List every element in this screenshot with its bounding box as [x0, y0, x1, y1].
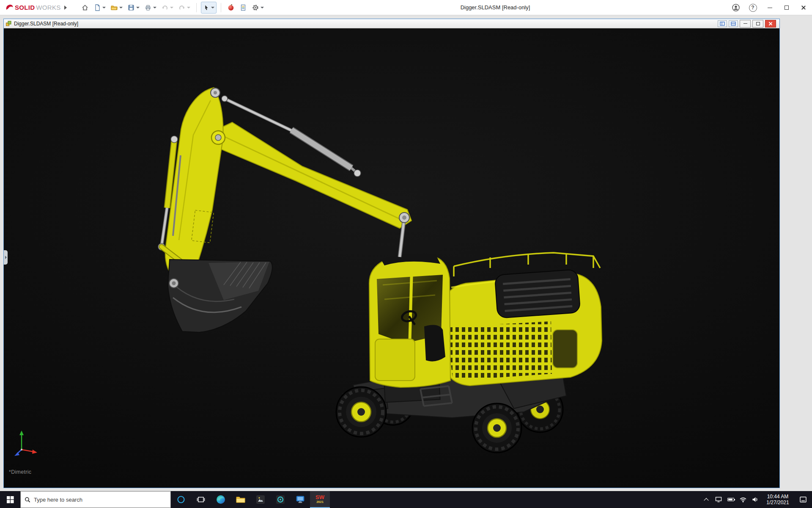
file-explorer-icon: [236, 494, 246, 505]
quick-access-toolbar: [80, 2, 266, 14]
dassault-logo-icon: [5, 3, 14, 12]
wheel-front-left: [336, 387, 386, 437]
select-arrow-icon: [203, 4, 210, 11]
dropdown-caret-icon: [102, 7, 106, 8]
app-title-bar: SOLIDWORKS: [0, 0, 812, 15]
cab-door: [375, 339, 415, 381]
dropdown-caret-icon: [187, 7, 190, 8]
select-tool-button[interactable]: [201, 2, 217, 14]
new-document-icon: [93, 4, 101, 11]
menu-expand-arrow-icon[interactable]: [64, 6, 67, 10]
account-button[interactable]: [727, 0, 744, 15]
open-button[interactable]: [109, 2, 124, 14]
stick-arm: [214, 122, 411, 228]
save-button[interactable]: [126, 2, 141, 14]
media-app-button[interactable]: [270, 491, 290, 508]
minimize-icon: [768, 8, 772, 8]
solidworks-taskbar-button[interactable]: SW 2021: [310, 491, 330, 508]
cortana-icon: [177, 495, 185, 504]
doc-close-button[interactable]: [765, 20, 776, 28]
reference-triad[interactable]: [10, 428, 39, 457]
cortana-button[interactable]: [171, 491, 191, 508]
display-app-button[interactable]: [290, 491, 310, 508]
device-monitor-icon: [715, 497, 722, 502]
document-title-bar[interactable]: Digger.SLDASM [Read-only]: [4, 19, 779, 28]
undo-button[interactable]: [159, 2, 175, 14]
graphics-viewport[interactable]: *Dimetric: [4, 28, 779, 488]
doc-maximize-button[interactable]: [752, 20, 763, 28]
toolbar-separator: [221, 3, 221, 12]
pane-icon: [720, 22, 725, 26]
app-title: Digger.SLDASM [Read-only]: [461, 4, 530, 11]
edge-button[interactable]: [211, 491, 230, 508]
action-center-button[interactable]: [794, 496, 812, 503]
action-center-icon: [799, 496, 807, 503]
search-input[interactable]: [34, 497, 167, 503]
document-window: Digger.SLDASM [Read-only]: [3, 19, 780, 488]
start-button[interactable]: [0, 491, 20, 508]
app-close-button[interactable]: [795, 0, 812, 15]
tilt-link: [399, 213, 409, 257]
task-view-button[interactable]: [191, 491, 211, 508]
dropdown-caret-icon: [119, 7, 123, 8]
maximize-icon: [756, 22, 760, 25]
network-button[interactable]: [737, 491, 749, 508]
chevron-up-icon: [704, 498, 708, 502]
doc-minimize-button[interactable]: [740, 20, 751, 28]
show-feature-pane-button[interactable]: [718, 20, 727, 27]
app-minimize-button[interactable]: [761, 0, 778, 15]
solidworks-app-icon: SW 2021: [315, 495, 324, 504]
document-title: Digger.SLDASM [Read-only]: [14, 21, 78, 27]
featuremanager-flyout-tab[interactable]: [4, 250, 8, 265]
photos-app-button[interactable]: [250, 491, 270, 508]
toolbar-separator: [196, 3, 197, 12]
edge-icon: [216, 494, 226, 505]
assembly-document-icon: [5, 20, 12, 27]
triad-origin: [21, 449, 22, 450]
tray-overflow-button[interactable]: [700, 491, 712, 508]
dropdown-caret-icon: [211, 7, 214, 8]
account-icon: [732, 3, 740, 12]
volume-icon: [752, 497, 759, 502]
battery-button[interactable]: [724, 491, 737, 508]
appearance-sphere-icon: [227, 4, 235, 11]
close-icon: [768, 22, 773, 26]
document-window-controls: [718, 20, 778, 28]
appearance-button[interactable]: [225, 2, 236, 14]
engine-hood: [495, 269, 581, 318]
taskbar-clock[interactable]: 10:44 AM 1/27/2021: [761, 494, 794, 505]
tray-device-button[interactable]: [712, 491, 724, 508]
file-properties-button[interactable]: [238, 2, 249, 14]
clock-date: 1/27/2021: [766, 500, 789, 505]
options-button[interactable]: [250, 2, 266, 14]
help-button[interactable]: ?: [744, 0, 761, 15]
app-maximize-button[interactable]: [778, 0, 795, 15]
file-explorer-button[interactable]: [230, 491, 250, 508]
system-tray: 10:44 AM 1/27/2021: [700, 491, 812, 508]
file-properties-icon: [239, 4, 247, 11]
open-folder-icon: [110, 4, 118, 11]
display-app-icon: [295, 494, 305, 505]
redo-button[interactable]: [176, 2, 192, 14]
volume-button[interactable]: [749, 491, 761, 508]
brand-solid-text: SOLID: [15, 4, 35, 11]
wifi-icon: [739, 497, 747, 502]
cab: [369, 254, 450, 387]
dropdown-caret-icon: [153, 7, 156, 8]
boom-assembly: [158, 88, 411, 288]
show-display-pane-button[interactable]: [729, 20, 738, 27]
gear-icon: [252, 4, 259, 11]
save-icon: [127, 4, 135, 11]
print-button[interactable]: [143, 2, 158, 14]
taskbar-search[interactable]: [20, 491, 171, 508]
flyout-arrow-icon: [5, 256, 7, 259]
maximize-icon: [785, 6, 789, 10]
dropdown-caret-icon: [170, 7, 173, 8]
view-orientation-label: *Dimetric: [9, 469, 31, 475]
home-button[interactable]: [80, 2, 91, 14]
minimize-icon: [743, 23, 747, 24]
redo-icon: [178, 4, 186, 11]
brand-works-text: WORKS: [36, 4, 60, 11]
undo-icon: [161, 4, 169, 11]
new-document-button[interactable]: [92, 2, 107, 14]
